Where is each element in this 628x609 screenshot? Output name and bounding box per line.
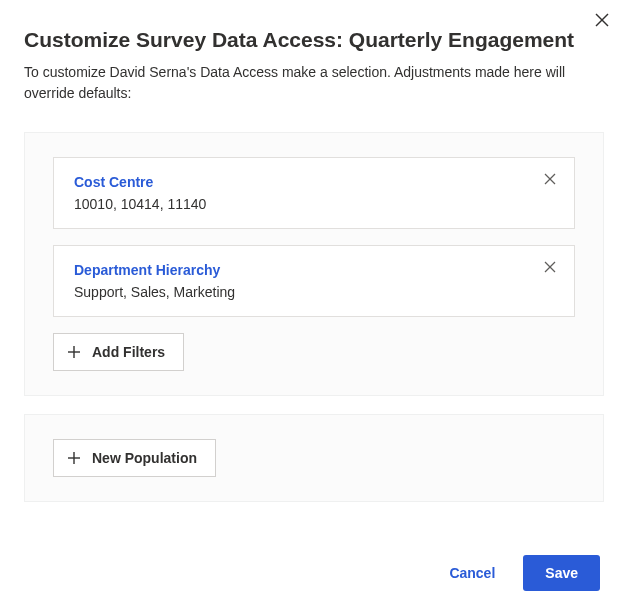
filter-title: Department Hierarchy [74, 262, 554, 278]
new-population-label: New Population [92, 450, 197, 466]
dialog-header: Customize Survey Data Access: Quarterly … [0, 0, 628, 104]
population-panel: New Population [24, 414, 604, 502]
plus-icon [68, 346, 80, 358]
dialog-footer: Cancel Save [415, 537, 628, 609]
filters-panel: Cost Centre 10010, 10414, 11140 Departme… [24, 132, 604, 396]
close-button[interactable] [588, 8, 616, 36]
new-population-button[interactable]: New Population [53, 439, 216, 477]
close-icon [544, 171, 556, 189]
cancel-button[interactable]: Cancel [443, 564, 501, 582]
close-icon [595, 13, 609, 31]
close-icon [544, 259, 556, 277]
filter-card[interactable]: Cost Centre 10010, 10414, 11140 [53, 157, 575, 229]
remove-filter-button[interactable] [540, 170, 560, 190]
filter-values: Support, Sales, Marketing [74, 284, 554, 300]
dialog-body[interactable]: Cost Centre 10010, 10414, 11140 Departme… [0, 120, 628, 520]
save-button[interactable]: Save [523, 555, 600, 591]
plus-icon [68, 452, 80, 464]
filter-title: Cost Centre [74, 174, 554, 190]
dialog-subtitle: To customize David Serna's Data Access m… [24, 62, 604, 104]
dialog-title: Customize Survey Data Access: Quarterly … [24, 28, 604, 52]
filter-card[interactable]: Department Hierarchy Support, Sales, Mar… [53, 245, 575, 317]
add-filters-button[interactable]: Add Filters [53, 333, 184, 371]
remove-filter-button[interactable] [540, 258, 560, 278]
filter-values: 10010, 10414, 11140 [74, 196, 554, 212]
add-filters-label: Add Filters [92, 344, 165, 360]
